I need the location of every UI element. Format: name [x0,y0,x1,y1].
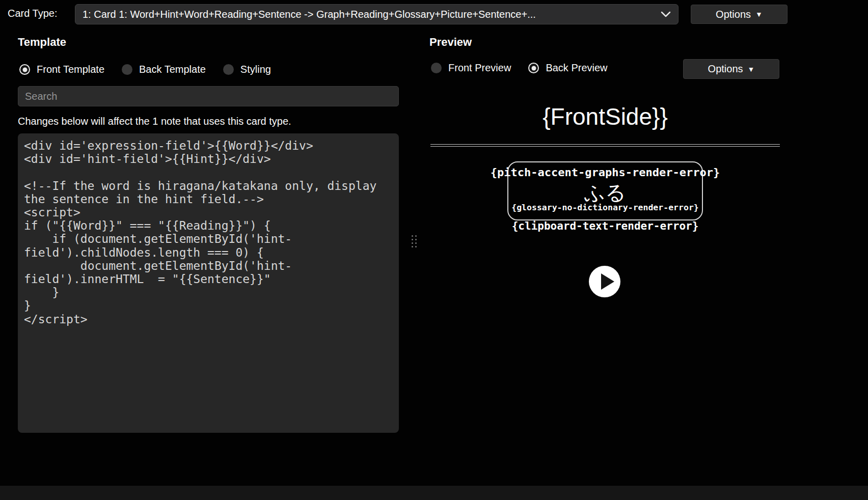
radio-unselected-icon [431,63,442,73]
preview-card-divider [430,144,780,147]
radio-styling-label: Styling [240,64,271,75]
radio-front-preview-label: Front Preview [448,62,511,74]
chevron-down-icon [661,11,671,17]
audio-play-button[interactable] [588,265,621,298]
pitch-accent-error-text: {pitch-accent-graphs-render-error} [430,166,780,179]
card-type-value: 1: Card 1: Word+Hint+Word+Reading+Senten… [83,9,536,20]
radio-front-preview[interactable]: Front Preview [431,62,511,74]
radio-unselected-icon [122,64,132,75]
notice-text: Changes below will affect the 1 note tha… [18,116,291,127]
top-options-button[interactable]: Options ▼ [691,5,788,24]
radio-selected-icon [19,64,30,75]
search-input[interactable] [18,86,399,106]
options-button-label: Options [716,9,751,20]
preview-frontside-text: {FrontSide}} [430,103,780,130]
template-radio-group: Front Template Back Template Styling [19,64,271,75]
glossary-error-text: {glossary-no-dictionary-render-error} [430,203,780,212]
radio-selected-icon [528,63,539,73]
caret-down-icon: ▼ [755,11,763,18]
radio-back-preview-label: Back Preview [546,62,607,74]
preview-options-button[interactable]: Options ▼ [683,59,779,79]
template-section-title: Template [18,36,66,49]
caret-down-icon: ▼ [748,66,755,73]
radio-back-template[interactable]: Back Template [122,64,206,75]
preview-radio-group: Front Preview Back Preview [431,62,608,74]
panel-splitter-handle[interactable] [412,235,417,247]
radio-front-template-label: Front Template [37,64,104,75]
template-code-editor[interactable]: <div id='expression-field'>{{Word}}</div… [18,133,399,433]
card-type-dropdown[interactable]: 1: Card 1: Word+Hint+Word+Reading+Senten… [75,4,679,24]
preview-section-title: Preview [429,36,472,49]
clipboard-error-text: {clipboard-text-render-error} [430,220,780,232]
card-type-label: Card Type: [8,8,57,19]
radio-unselected-icon [223,64,234,75]
radio-styling[interactable]: Styling [223,64,271,75]
radio-back-template-label: Back Template [139,64,206,75]
options-button-label: Options [708,63,743,75]
play-icon [588,265,621,298]
radio-front-template[interactable]: Front Template [19,64,104,75]
radio-back-preview[interactable]: Back Preview [528,62,607,74]
bottom-bar [0,486,868,500]
